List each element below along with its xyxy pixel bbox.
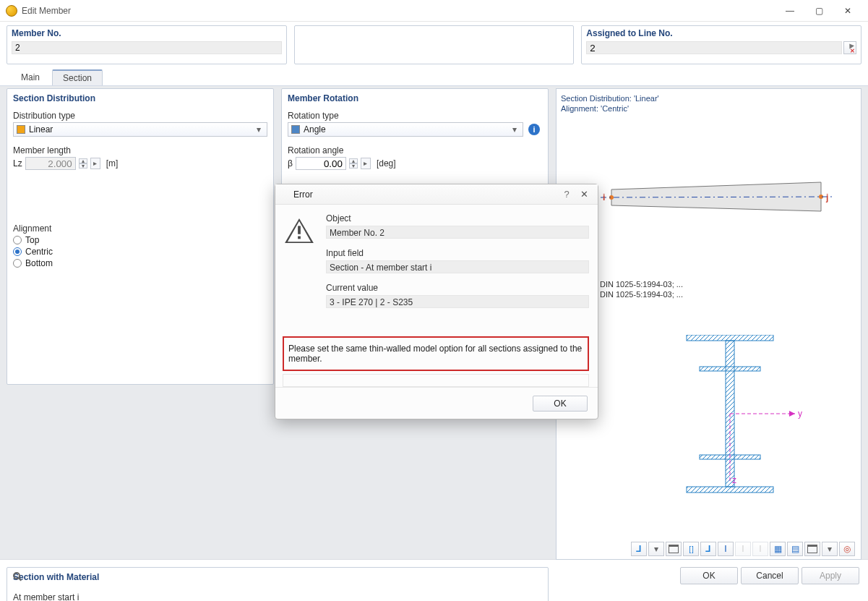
angle-swatch-icon [291, 125, 300, 134]
footer-cancel-button[interactable]: Cancel [741, 567, 799, 584]
alignment-bottom-row[interactable]: Bottom [13, 258, 267, 268]
preview-i2-button[interactable] [735, 542, 751, 556]
tapered-member-sketch: i j [561, 171, 835, 229]
member-length-input[interactable] [25, 157, 76, 170]
grid-icon [774, 544, 782, 554]
hatch-icon [791, 544, 799, 554]
preview-bracket-button[interactable] [683, 542, 699, 556]
bracket-icon [689, 544, 692, 554]
svg-rect-19 [298, 236, 301, 239]
app-icon [280, 189, 290, 200]
footer-apply-button[interactable]: Apply [802, 567, 859, 584]
alignment-label: Alignment [13, 223, 267, 234]
app-icon [6, 5, 17, 17]
svg-rect-6 [687, 335, 773, 341]
pick-icon [846, 43, 854, 52]
preview-i1-button[interactable] [718, 542, 734, 556]
distribution-type-select[interactable]: Linear [13, 122, 267, 137]
rotation-type-select[interactable]: Angle [288, 122, 523, 137]
warning-icon [284, 218, 314, 244]
error-ok-button[interactable]: OK [533, 396, 588, 412]
rotation-angle-spinner[interactable]: ▴▾ [349, 158, 358, 169]
start-i-label: At member start i [13, 592, 542, 601]
error-inputfield-value: Section - At member start i [326, 260, 589, 273]
rotation-type-label: Rotation type [288, 111, 542, 121]
close-button[interactable]: ✕ [833, 2, 862, 20]
member-no-input[interactable] [12, 41, 282, 54]
rotation-angle-label: Rotation angle [288, 145, 542, 155]
preview-view-button[interactable] [631, 542, 647, 556]
assigned-line-input[interactable] [586, 41, 842, 54]
chevron-down-icon [828, 544, 832, 554]
preview-dropdown2-button[interactable] [822, 542, 838, 556]
svg-rect-18 [298, 226, 301, 234]
error-currentvalue-value: 3 - IPE 270 | 2 - S235 [326, 295, 589, 308]
preview-toolbar [562, 542, 855, 556]
alignment-top-label: Top [25, 235, 39, 245]
svg-text:i: i [603, 192, 605, 203]
member-no-field: Member No. [7, 25, 287, 64]
svg-text:y: y [798, 409, 802, 419]
member-length-label: Member length [13, 145, 267, 155]
preview-axes2-button[interactable] [700, 542, 716, 556]
radio-icon-centric [13, 247, 22, 256]
svg-rect-9 [700, 367, 760, 371]
preview-print2-button[interactable] [804, 542, 820, 556]
linear-swatch-icon [17, 125, 25, 134]
preview-meta-line2: Alignment: 'Centric' [561, 103, 856, 114]
rotation-info-button[interactable]: i [526, 122, 542, 137]
svg-rect-7 [687, 487, 773, 493]
preview-i3-button[interactable] [752, 542, 768, 556]
alignment-top-row[interactable]: Top [13, 235, 267, 245]
tab-section[interactable]: Section [52, 69, 103, 85]
preview-meta-line1: Section Distribution: 'Linear' [561, 93, 856, 103]
preview-target-button[interactable] [839, 542, 855, 556]
error-message: Please set the same thin-walled model op… [283, 336, 589, 371]
footer-ok-button[interactable]: OK [680, 567, 738, 584]
pick-line-button[interactable] [843, 41, 856, 54]
svg-text:z: z [732, 475, 736, 485]
din-text-2: DIN 1025-5:1994-03; ... [600, 290, 683, 299]
error-help-button[interactable]: ? [559, 189, 575, 200]
svg-marker-0 [611, 182, 821, 211]
maximize-button[interactable]: ▢ [804, 2, 833, 20]
error-inputfield-label: Input field [326, 248, 589, 258]
chevron-down-icon [510, 124, 520, 135]
titlebar: Edit Member — ▢ ✕ [0, 0, 868, 22]
axes-icon [636, 544, 641, 554]
preview-hatch-button[interactable] [787, 542, 803, 556]
rotation-angle-input[interactable] [296, 157, 346, 170]
axes-icon [705, 544, 710, 554]
tab-main[interactable]: Main [10, 69, 51, 85]
panel-preview: Section Distribution: 'Linear' Alignment… [556, 88, 861, 560]
minimize-button[interactable]: — [775, 2, 804, 20]
preview-grid-button[interactable] [770, 542, 786, 556]
assigned-line-field: Assigned to Line No. [581, 25, 861, 64]
lz-symbol: Lz [13, 158, 22, 169]
section-distribution-title: Section Distribution [13, 93, 267, 108]
i-section-grey-icon [759, 544, 761, 554]
member-length-spinner[interactable]: ▴▾ [79, 158, 87, 169]
member-rotation-title: Member Rotation [288, 93, 542, 108]
radio-icon-top [13, 236, 22, 244]
cross-section-sketch: y z [679, 335, 809, 523]
member-no-label: Member No. [7, 26, 286, 39]
rotation-angle-menu[interactable]: ▸ [361, 158, 371, 169]
error-close-button[interactable]: ✕ [575, 189, 593, 200]
lz-unit: [m] [106, 158, 119, 169]
chevron-down-icon [254, 124, 264, 135]
member-length-menu[interactable]: ▸ [90, 158, 100, 169]
preview-dropdown-button[interactable] [648, 542, 664, 556]
magnifier-icon [13, 572, 20, 579]
error-object-value: Member No. 2 [326, 226, 589, 239]
alignment-bottom-label: Bottom [25, 258, 53, 268]
panel-section-distribution: Section Distribution Distribution type L… [7, 88, 274, 385]
chevron-down-icon [654, 544, 658, 554]
beta-unit: [deg] [377, 158, 396, 169]
printer-icon [669, 545, 679, 553]
preview-print-button[interactable] [666, 542, 682, 556]
i-section-icon [724, 544, 726, 554]
distribution-type-label: Distribution type [13, 111, 267, 121]
alignment-centric-row[interactable]: Centric [13, 247, 267, 257]
alignment-centric-label: Centric [25, 247, 53, 257]
